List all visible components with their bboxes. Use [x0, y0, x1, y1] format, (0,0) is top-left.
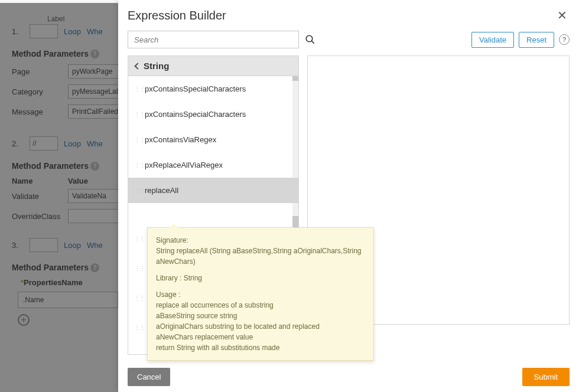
- cancel-button[interactable]: Cancel: [128, 368, 170, 386]
- validate-button[interactable]: Validate: [471, 32, 514, 48]
- drag-handle-icon[interactable]: ⋮⋮: [134, 189, 145, 192]
- drag-handle-icon[interactable]: ⋮⋮: [134, 138, 145, 142]
- function-item[interactable]: ⋮⋮ pxContainsSpecialCharacters: [128, 76, 298, 102]
- function-label: pxContainsSpecialCharacters: [145, 110, 246, 119]
- drag-handle-icon[interactable]: ⋮⋮: [134, 87, 145, 91]
- function-item[interactable]: ⋮⋮ pxReplaceAllViaRegex: [128, 152, 298, 178]
- drag-handle-icon[interactable]: ⋮⋮: [134, 326, 145, 329]
- function-label: pxContainsSpecialCharacters: [145, 84, 246, 93]
- category-header[interactable]: String: [128, 56, 298, 76]
- svg-line-1: [311, 41, 314, 43]
- drag-handle-icon[interactable]: ⋮⋮: [134, 113, 145, 116]
- function-label: pxContainsViaRegex: [145, 135, 216, 144]
- drag-handle-icon[interactable]: ⋮⋮: [134, 267, 145, 270]
- function-item-selected[interactable]: ⋮⋮ replaceAll: [128, 178, 298, 203]
- tooltip-usage-line: aOriginalChars substring to be located a…: [156, 321, 365, 332]
- reset-button[interactable]: Reset: [519, 32, 554, 48]
- tooltip-usage-line: replace all occurrences of a substring: [156, 300, 365, 311]
- modal-title: Expression Builder: [128, 9, 226, 22]
- drag-handle-icon[interactable]: ⋮⋮: [134, 296, 145, 300]
- close-icon[interactable]: ✕: [555, 7, 570, 24]
- category-title: String: [144, 61, 169, 71]
- tooltip-signature-label: Signature:: [156, 235, 365, 246]
- search-field-wrapper: [128, 31, 299, 48]
- search-input[interactable]: [128, 33, 298, 47]
- tooltip-signature: String replaceAll (String aBaseString,St…: [156, 246, 365, 267]
- drag-handle-icon[interactable]: ⋮⋮: [134, 237, 145, 241]
- drag-handle-icon[interactable]: ⋮⋮: [134, 164, 145, 167]
- function-item[interactable]: ⋮⋮ pxContainsViaRegex: [128, 127, 298, 152]
- function-tooltip: Signature: String replaceAll (String aBa…: [147, 227, 374, 361]
- function-label: pxReplaceAllViaRegex: [145, 161, 223, 169]
- function-label: replaceAll: [145, 186, 178, 195]
- tooltip-usage-line: return String with all substitutions mad…: [156, 342, 365, 353]
- tooltip-usage-label: Usage :: [156, 289, 365, 300]
- tooltip-usage-line: aNewChars replacement value: [156, 332, 365, 342]
- help-icon[interactable]: ?: [559, 34, 570, 45]
- tooltip-usage-line: aBaseString source string: [156, 311, 365, 321]
- search-icon[interactable]: [302, 34, 318, 45]
- expression-builder-modal: Expression Builder ✕ Validate Reset ? St…: [118, 0, 579, 392]
- tooltip-library: Library : String: [156, 273, 365, 283]
- svg-point-0: [306, 35, 313, 42]
- function-item[interactable]: ⋮⋮ pxContainsSpecialCharacters: [128, 102, 298, 127]
- chevron-left-icon: [134, 63, 141, 69]
- submit-button[interactable]: Submit: [522, 368, 570, 386]
- drag-handles-below: ⋮⋮ ⋮⋮ ⋮⋮ ⋮⋮: [134, 237, 145, 329]
